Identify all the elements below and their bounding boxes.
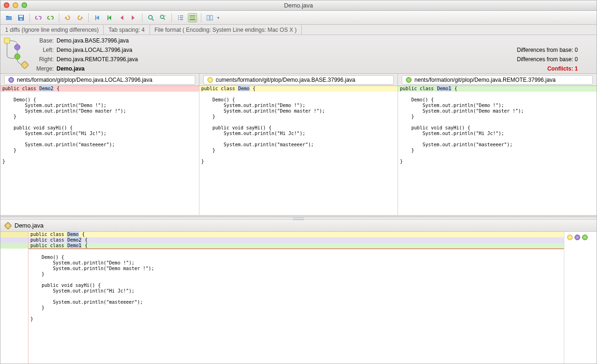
svg-rect-9 xyxy=(210,15,213,20)
toolbar-dropdown-icon[interactable]: ▾ xyxy=(217,15,220,20)
pane-headers: nents/formation/git/plop/Demo.java.LOCAL… xyxy=(0,74,597,86)
svg-rect-14 xyxy=(21,61,29,69)
syntax-highlight-icon[interactable] xyxy=(188,13,197,22)
linenumbers-icon[interactable] xyxy=(176,13,185,22)
merge-conflicts: Conflicts: 1 xyxy=(547,65,597,72)
base-label: Base: xyxy=(29,37,57,44)
merge-header: Demo.java xyxy=(0,220,597,232)
pick-left-button[interactable] xyxy=(575,235,580,240)
svg-rect-10 xyxy=(4,38,10,43)
merge-code[interactable]: public class Demo { public class Demo2 {… xyxy=(28,232,564,364)
pane-base[interactable]: public class Demo { Demo() { System.out.… xyxy=(199,86,398,215)
title-bar: Demo.java xyxy=(0,0,597,11)
left-value: Demo.java.LOCAL.37996.java xyxy=(57,47,517,53)
files-header: Base: Demo.java.BASE.37996.java Left: De… xyxy=(0,35,597,74)
window-zoom-button[interactable] xyxy=(21,2,27,8)
window-close-button[interactable] xyxy=(4,2,9,8)
svg-rect-1 xyxy=(19,15,23,17)
merge-side-controls xyxy=(564,232,597,364)
merge-pane: public class Demo { public class Demo2 {… xyxy=(0,232,597,364)
svg-rect-7 xyxy=(190,19,195,20)
merge-title: Demo.java xyxy=(14,222,43,229)
nav-first-icon[interactable] xyxy=(92,13,102,22)
svg-point-3 xyxy=(149,15,152,19)
pick-right-button[interactable] xyxy=(582,235,588,240)
status-row: 1 diffs (Ignore line ending differences)… xyxy=(0,25,597,35)
status-tabspacing: Tab spacing: 4 xyxy=(104,25,149,35)
base-value: Demo.java.BASE.37996.java xyxy=(57,37,578,44)
pick-base-button[interactable] xyxy=(567,235,573,240)
merge-gutter[interactable] xyxy=(0,232,28,364)
svg-point-12 xyxy=(14,54,20,59)
pane-tab-base-label: cuments/formation/git/plop/Demo.java.BAS… xyxy=(216,77,355,83)
undo-icon[interactable] xyxy=(63,13,72,22)
window-title: Demo.java xyxy=(0,2,597,9)
nav-next-diff-icon[interactable] xyxy=(129,13,138,22)
horizontal-splitter[interactable] xyxy=(0,217,597,220)
pane-right-code: Demo() { System.out.println("Demo !"); S… xyxy=(398,92,597,164)
split-icon[interactable] xyxy=(205,13,214,22)
status-diffs: 1 diffs (Ignore line ending differences) xyxy=(0,25,104,35)
right-diff: Differences from base: 0 xyxy=(517,56,597,63)
purple-dot-icon xyxy=(8,77,14,83)
search-icon[interactable] xyxy=(146,13,156,22)
pane-tab-right-label: nents/formation/git/plop/Demo.java.REMOT… xyxy=(414,77,555,83)
link-prev-icon[interactable] xyxy=(34,13,43,22)
nav-prev-diff-icon[interactable] xyxy=(117,13,126,22)
pane-tab-base[interactable]: cuments/formation/git/plop/Demo.java.BAS… xyxy=(199,74,398,86)
pane-tab-left[interactable]: nents/formation/git/plop/Demo.java.LOCAL… xyxy=(0,74,199,86)
svg-rect-2 xyxy=(20,18,22,20)
svg-point-4 xyxy=(161,15,164,18)
pane-left[interactable]: public class Demo2 { Demo() { System.out… xyxy=(0,86,199,215)
left-diff: Differences from base: 0 xyxy=(517,47,597,53)
link-next-icon[interactable] xyxy=(46,13,55,22)
save-icon[interactable] xyxy=(16,13,26,22)
merge-diamond-icon xyxy=(4,221,12,229)
svg-rect-5 xyxy=(190,15,195,16)
pane-left-code: Demo() { System.out.println("Demo !"); S… xyxy=(0,92,199,164)
svg-rect-8 xyxy=(207,15,209,20)
search-replace-icon[interactable] xyxy=(158,13,168,22)
pane-right[interactable]: public class Demo1 { Demo() { System.out… xyxy=(398,86,597,215)
window-minimize-button[interactable] xyxy=(13,2,18,8)
right-value: Demo.java.REMOTE.37996.java xyxy=(57,56,517,63)
pane-tab-right[interactable]: nents/formation/git/plop/Demo.java.REMOT… xyxy=(398,74,597,86)
redo-icon[interactable] xyxy=(75,13,85,22)
yellow-dot-icon xyxy=(207,77,213,83)
nav-next-icon[interactable] xyxy=(105,13,114,22)
merge-body: Demo() { System.out.println("Demo !"); S… xyxy=(28,249,564,322)
merge-label: Merge: xyxy=(29,65,57,72)
status-fileformat: File format ( Encoding: System Line endi… xyxy=(150,25,302,35)
open-icon[interactable] xyxy=(4,13,14,22)
merge-graph-icon xyxy=(0,35,29,72)
toolbar: ▾ xyxy=(0,11,597,25)
green-dot-icon xyxy=(406,77,412,83)
pane-base-code: Demo() { System.out.println("Demo !"); S… xyxy=(199,92,398,164)
pane-tab-left-label: nents/formation/git/plop/Demo.java.LOCAL… xyxy=(17,77,152,83)
svg-rect-6 xyxy=(190,17,195,18)
three-way-diff: public class Demo2 { Demo() { System.out… xyxy=(0,86,597,217)
right-label: Right: xyxy=(29,56,57,63)
svg-point-11 xyxy=(14,44,20,50)
merge-value: Demo.java xyxy=(57,65,547,72)
left-label: Left: xyxy=(29,47,57,53)
